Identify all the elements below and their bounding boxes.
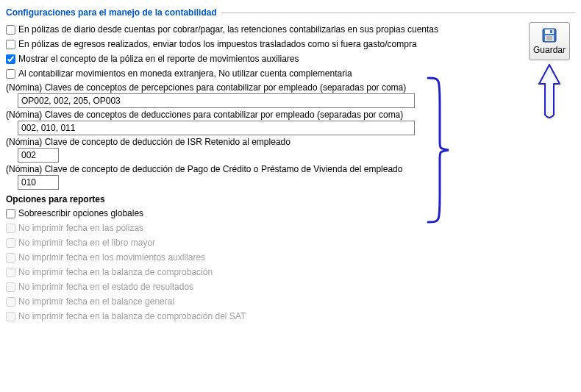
checkbox-egresos-traslados[interactable]: En pólizas de egresos realizados, enviar… xyxy=(6,38,417,50)
save-button[interactable]: Guardar xyxy=(529,22,570,60)
checkbox-egresos-traslados-input[interactable] xyxy=(6,40,15,49)
checkbox-no-fecha-resultados-label: No imprimir fecha en el estado de result… xyxy=(18,281,193,293)
vivienda-label: (Nómina) Clave de concepto de deducción … xyxy=(6,163,518,175)
checkbox-no-fecha-aux-label: No imprimir fecha en los movimientos aux… xyxy=(18,252,205,263)
percepciones-label: (Nómina) Claves de conceptos de percepci… xyxy=(6,81,518,93)
deducciones-label: (Nómina) Claves de conceptos de deduccio… xyxy=(6,108,518,121)
checkbox-no-fecha-polizas-label: No imprimir fecha en las pólizas xyxy=(18,222,143,234)
checkbox-no-fecha-mayor-input xyxy=(6,238,15,248)
checkbox-moneda-extranjera[interactable]: Al contabilizar movimientos en moneda ex… xyxy=(6,68,352,79)
checkbox-no-fecha-balanza: No imprimir fecha en la balanza de compr… xyxy=(6,266,213,278)
vivienda-input[interactable] xyxy=(18,175,59,190)
section-header: Configuraciones para el manejo de la con… xyxy=(6,7,575,18)
checkbox-no-fecha-resultados: No imprimir fecha en el estado de result… xyxy=(6,281,193,293)
save-icon xyxy=(541,27,557,43)
checkbox-no-fecha-balance-input xyxy=(6,297,15,307)
checkbox-egresos-traslados-label: En pólizas de egresos realizados, enviar… xyxy=(18,38,417,50)
checkbox-mostrar-concepto-input[interactable] xyxy=(6,54,15,64)
checkbox-no-fecha-balanza-sat-input xyxy=(6,312,15,321)
checkbox-moneda-extranjera-input[interactable] xyxy=(6,69,15,79)
section-title: Configuraciones para el manejo de la con… xyxy=(6,7,217,18)
checkbox-no-fecha-balance: No imprimir fecha en el balance general xyxy=(6,296,174,307)
reports-header: Opciones para reportes xyxy=(6,190,518,206)
checkbox-diario-retenciones-input[interactable] xyxy=(6,25,15,35)
checkbox-no-fecha-mayor: No imprimir fecha en el libro mayor xyxy=(6,237,155,249)
checkbox-no-fecha-balanza-sat-label: No imprimir fecha en la balanza de compr… xyxy=(18,310,246,322)
checkbox-no-fecha-aux-input xyxy=(6,253,15,263)
checkbox-no-fecha-balanza-input xyxy=(6,268,15,277)
percepciones-input[interactable] xyxy=(18,93,415,108)
arrow-up-annotation-icon xyxy=(535,63,564,122)
checkbox-no-fecha-balance-label: No imprimir fecha en el balance general xyxy=(18,296,174,307)
checkbox-no-fecha-resultados-input xyxy=(6,282,15,292)
svg-rect-2 xyxy=(550,30,552,33)
checkbox-diario-retenciones[interactable]: En pólizas de diario desde cuentas por c… xyxy=(6,24,438,35)
header-divider xyxy=(221,13,575,13)
checkbox-no-fecha-polizas-input xyxy=(6,224,15,233)
isr-label: (Nómina) Clave de concepto de deducción … xyxy=(6,135,518,148)
checkbox-no-fecha-aux: No imprimir fecha en los movimientos aux… xyxy=(6,252,205,263)
checkbox-no-fecha-balanza-sat: No imprimir fecha en la balanza de compr… xyxy=(6,310,246,322)
deducciones-input[interactable] xyxy=(18,121,415,135)
checkbox-override-globales-input[interactable] xyxy=(6,209,15,218)
checkbox-override-globales-label: Sobreescribir opciones globales xyxy=(18,207,143,219)
save-button-label: Guardar xyxy=(533,45,566,55)
checkbox-no-fecha-balanza-label: No imprimir fecha en la balanza de compr… xyxy=(18,266,213,278)
checkbox-mostrar-concepto-label: Mostrar el concepto de la póliza en el r… xyxy=(18,53,299,65)
checkbox-diario-retenciones-label: En pólizas de diario desde cuentas por c… xyxy=(18,24,438,35)
checkbox-no-fecha-polizas: No imprimir fecha en las pólizas xyxy=(6,222,143,234)
checkbox-override-globales[interactable]: Sobreescribir opciones globales xyxy=(6,207,143,219)
checkbox-moneda-extranjera-label: Al contabilizar movimientos en moneda ex… xyxy=(18,68,352,79)
checkbox-no-fecha-mayor-label: No imprimir fecha en el libro mayor xyxy=(18,237,155,249)
svg-rect-1 xyxy=(545,29,554,34)
checkbox-mostrar-concepto[interactable]: Mostrar el concepto de la póliza en el r… xyxy=(6,53,299,65)
isr-input[interactable] xyxy=(18,148,59,163)
